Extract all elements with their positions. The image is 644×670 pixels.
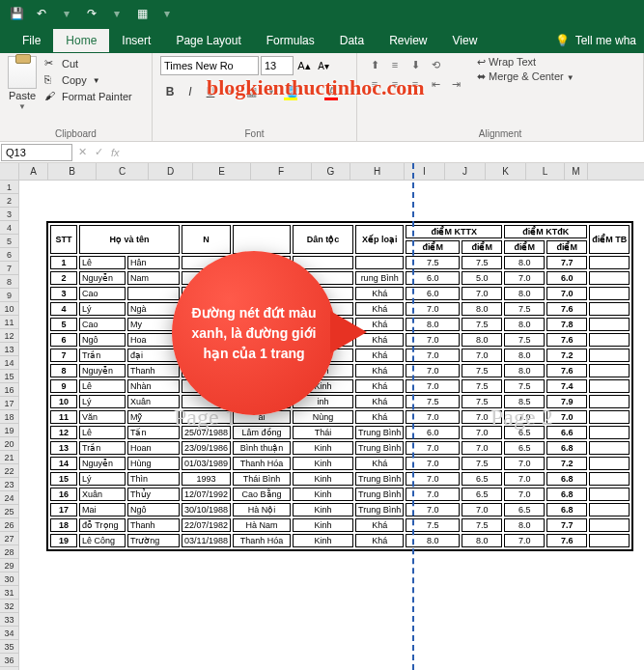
row-header-19[interactable]: 19 bbox=[0, 424, 18, 437]
increase-font-icon[interactable]: A▴ bbox=[295, 60, 313, 72]
table-row[interactable]: 19 Lê Công Trường 03/11/1988 Thanh Hóa K… bbox=[50, 534, 630, 547]
row-header-13[interactable]: 13 bbox=[0, 343, 18, 356]
font-name-select[interactable] bbox=[160, 56, 259, 75]
row-header-3[interactable]: 3 bbox=[0, 208, 18, 221]
row-header-36[interactable]: 36 bbox=[0, 654, 18, 667]
cancel-icon[interactable]: ✕ bbox=[78, 146, 87, 158]
row-header-33[interactable]: 33 bbox=[0, 613, 18, 627]
row-header-11[interactable]: 11 bbox=[0, 316, 18, 329]
col-header-D[interactable]: D bbox=[149, 163, 193, 180]
row-header-9[interactable]: 9 bbox=[0, 289, 18, 302]
grid-area[interactable]: ABCDEFGHIJKLM Page 1 Page 2 STT Họ và tê… bbox=[19, 163, 644, 670]
row-header-29[interactable]: 29 bbox=[0, 559, 18, 572]
row-header-32[interactable]: 32 bbox=[0, 600, 18, 613]
table-row[interactable]: 14 Nguyễn Hùng 01/03/1989 Thanh Hóa Kinh… bbox=[50, 457, 630, 470]
table-row[interactable]: 1 Lê Hân 7.5 7.5 8.0 7.7 bbox=[50, 256, 630, 269]
table-row[interactable]: 9 Lê Nhàn Kinh Khá 7.0 7.5 7.5 7.4 bbox=[50, 379, 630, 393]
format-painter-button[interactable]: 🖌Format Painter bbox=[42, 89, 134, 104]
table-row[interactable]: 2 Nguyễn Nam rung Bình 6.0 5.0 7.0 6.0 bbox=[50, 271, 630, 285]
decrease-font-icon[interactable]: A▾ bbox=[315, 61, 332, 71]
row-header-22[interactable]: 22 bbox=[0, 464, 18, 478]
row-header-15[interactable]: 15 bbox=[0, 370, 18, 383]
row-header-2[interactable]: 2 bbox=[0, 194, 18, 208]
row-header-25[interactable]: 25 bbox=[0, 505, 18, 518]
enter-icon[interactable]: ✓ bbox=[95, 146, 103, 158]
row-header-8[interactable]: 8 bbox=[0, 275, 18, 289]
merge-center-button[interactable]: ⬌ Merge & Center ▼ bbox=[477, 70, 574, 83]
col-header-B[interactable]: B bbox=[48, 163, 97, 180]
col-header-E[interactable]: E bbox=[193, 163, 251, 180]
font-size-select[interactable] bbox=[261, 56, 294, 75]
paste-button[interactable]: Paste bbox=[9, 90, 36, 101]
row-header-6[interactable]: 6 bbox=[0, 248, 18, 262]
row-header-17[interactable]: 17 bbox=[0, 397, 18, 410]
row-header-21[interactable]: 21 bbox=[0, 451, 18, 464]
row-header-14[interactable]: 14 bbox=[0, 356, 18, 370]
row-header-18[interactable]: 18 bbox=[0, 410, 18, 424]
bold-button[interactable]: B bbox=[160, 82, 180, 101]
name-box[interactable] bbox=[1, 144, 72, 161]
tab-data[interactable]: Data bbox=[327, 29, 377, 52]
col-header-K[interactable]: K bbox=[486, 163, 526, 180]
row-header-1[interactable]: 1 bbox=[0, 181, 18, 194]
col-header-C[interactable]: C bbox=[97, 163, 149, 180]
undo-dropdown[interactable]: ▾ bbox=[56, 3, 77, 24]
select-all-cell[interactable] bbox=[0, 163, 18, 181]
cut-button[interactable]: ✂Cut bbox=[42, 56, 134, 71]
table-row[interactable]: 8 Nguyễn Thanh inh Khá 7.0 7.5 8.0 7.6 bbox=[50, 364, 630, 377]
table-row[interactable]: 15 Lý Thìn 1993 Thái Bình Kinh Trung Bìn… bbox=[50, 472, 630, 486]
col-header-A[interactable]: A bbox=[19, 163, 48, 180]
row-header-34[interactable]: 34 bbox=[0, 627, 18, 640]
row-header-4[interactable]: 4 bbox=[0, 221, 18, 235]
redo-dropdown[interactable]: ▾ bbox=[106, 3, 127, 24]
tell-me[interactable]: 💡Tell me wha bbox=[547, 29, 644, 52]
col-header-H[interactable]: H bbox=[350, 163, 405, 180]
paste-dropdown[interactable]: ▼ bbox=[18, 102, 26, 111]
fx-icon[interactable]: fx bbox=[111, 147, 120, 158]
redo-icon[interactable]: ↷ bbox=[81, 3, 102, 24]
save-icon[interactable]: 💾 bbox=[6, 3, 27, 24]
row-header-20[interactable]: 20 bbox=[0, 437, 18, 451]
col-header-M[interactable]: M bbox=[565, 163, 588, 180]
row-header-35[interactable]: 35 bbox=[0, 640, 18, 654]
copy-button[interactable]: ⎘Copy▼ bbox=[42, 72, 134, 88]
tab-view[interactable]: View bbox=[440, 29, 490, 52]
row-header-12[interactable]: 12 bbox=[0, 329, 18, 343]
indent-inc-icon[interactable]: ⇥ bbox=[446, 75, 465, 93]
row-header-5[interactable]: 5 bbox=[0, 235, 18, 248]
table-row[interactable]: 17 Mai Ngô 30/10/1988 Hà Nội Kinh Trung … bbox=[50, 503, 630, 516]
qat-customize[interactable]: ▾ bbox=[156, 3, 178, 24]
orientation-icon[interactable]: ⟲ bbox=[426, 56, 445, 73]
tab-review[interactable]: Review bbox=[377, 29, 439, 52]
row-header-7[interactable]: 7 bbox=[0, 262, 18, 275]
align-bottom-icon[interactable]: ⬇ bbox=[406, 56, 425, 73]
row-header-16[interactable]: 16 bbox=[0, 383, 18, 397]
indent-dec-icon[interactable]: ⇤ bbox=[426, 75, 445, 93]
row-header-10[interactable]: 10 bbox=[0, 302, 18, 316]
row-header-31[interactable]: 31 bbox=[0, 586, 18, 600]
row-header-30[interactable]: 30 bbox=[0, 572, 18, 586]
tab-home[interactable]: Home bbox=[53, 29, 109, 52]
paste-icon[interactable] bbox=[8, 56, 37, 89]
italic-button[interactable]: I bbox=[181, 82, 200, 101]
col-header-L[interactable]: L bbox=[526, 163, 565, 180]
undo-icon[interactable]: ↶ bbox=[31, 3, 52, 24]
align-top-icon[interactable]: ⬆ bbox=[365, 56, 384, 73]
formula-input[interactable] bbox=[126, 151, 644, 154]
table-row[interactable]: 16 Xuân Thủy 12/07/1992 Cao Bằng Kinh Tr… bbox=[50, 488, 630, 501]
row-header-24[interactable]: 24 bbox=[0, 491, 18, 505]
tab-file[interactable]: File bbox=[10, 29, 53, 52]
col-header-J[interactable]: J bbox=[445, 163, 486, 180]
col-header-F[interactable]: F bbox=[251, 163, 312, 180]
row-header-26[interactable]: 26 bbox=[0, 518, 18, 532]
row-header-23[interactable]: 23 bbox=[0, 478, 18, 491]
col-header-G[interactable]: G bbox=[312, 163, 350, 180]
table-row[interactable]: 13 Trần Hoan 23/09/1986 Bình thuận Kinh … bbox=[50, 441, 630, 455]
tab-insert[interactable]: Insert bbox=[109, 29, 163, 52]
table-row[interactable]: 18 đỗ Trọng Thanh 22/07/1982 Hà Nam Kinh… bbox=[50, 518, 630, 532]
align-middle-icon[interactable]: ≡ bbox=[385, 56, 405, 73]
row-header-27[interactable]: 27 bbox=[0, 532, 18, 545]
tab-page-layout[interactable]: Page Layout bbox=[163, 29, 253, 52]
table-row[interactable]: 3 Cao Khá 6.0 7.0 8.0 7.0 bbox=[50, 287, 630, 300]
row-header-28[interactable]: 28 bbox=[0, 545, 18, 559]
